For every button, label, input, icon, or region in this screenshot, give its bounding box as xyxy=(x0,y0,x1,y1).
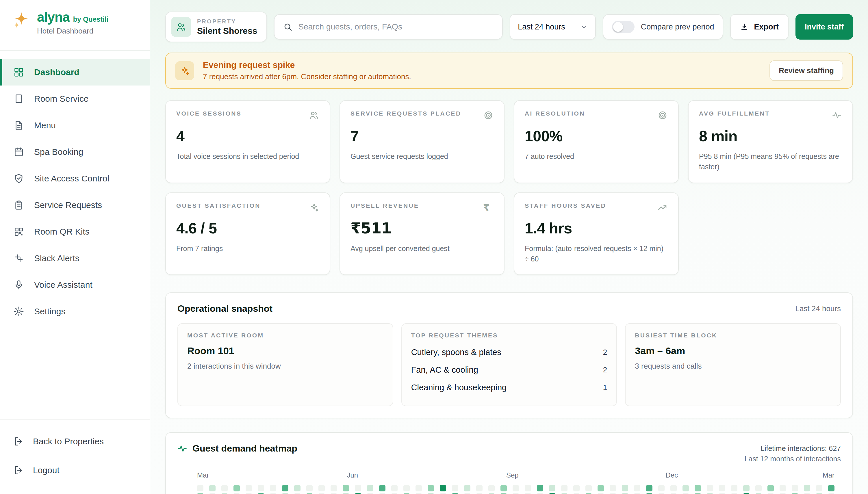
sidebar-item-label: Menu xyxy=(34,120,56,130)
sidebar-item-voice-assistant[interactable]: Voice Assistant xyxy=(0,271,150,298)
sidebar-item-dashboard[interactable]: Dashboard xyxy=(0,59,150,86)
sidebar-item-room-service[interactable]: Room Service xyxy=(0,86,150,112)
heatmap-cell xyxy=(779,493,786,494)
heatmap-cell xyxy=(464,493,470,494)
clipboard-icon xyxy=(13,200,24,211)
review-staffing-button[interactable]: Review staffing xyxy=(770,60,843,81)
heatmap-cell xyxy=(403,493,410,494)
heatmap-cell xyxy=(403,485,410,491)
heatmap-cell xyxy=(779,485,786,491)
kpi-value: ₹511 xyxy=(351,220,493,237)
heatmap-cell xyxy=(197,493,203,494)
kpi-subtext: Formula: (auto-resolved requests × 12 mi… xyxy=(525,243,668,264)
grid-icon xyxy=(13,67,24,78)
sidebar-item-settings[interactable]: Settings xyxy=(0,298,150,325)
sidebar-footer: Back to Properties Logout xyxy=(0,419,150,494)
heatmap-cell xyxy=(731,485,737,491)
heatmap-cell xyxy=(355,485,361,491)
heatmap-cell xyxy=(391,485,398,491)
search-input[interactable] xyxy=(298,22,493,32)
heatmap-cell xyxy=(816,493,822,494)
kpi-upsell-revenue: UPSELL REVENUE ₹ ₹511 Avg upsell per con… xyxy=(340,192,505,275)
sidebar-item-site-access-control[interactable]: Site Access Control xyxy=(0,165,150,192)
theme-count: 2 xyxy=(603,365,607,374)
heatmap-cell xyxy=(561,493,567,494)
property-selector[interactable]: PROPERTY Silent Shoress xyxy=(165,12,267,42)
heatmap-cell xyxy=(792,485,798,491)
period-select[interactable]: Last 24 hours xyxy=(510,14,596,40)
back-to-properties-label: Back to Properties xyxy=(33,437,104,446)
heatmap-cell xyxy=(573,485,580,491)
theme-count: 1 xyxy=(603,383,607,392)
heatmap-cell xyxy=(622,493,628,494)
heatmap-cell xyxy=(318,493,325,494)
back-to-properties-link[interactable]: Back to Properties xyxy=(0,427,150,456)
heatmap-row xyxy=(197,493,841,494)
sidebar-item-slack-alerts[interactable]: Slack Alerts xyxy=(0,245,150,271)
search-bar[interactable] xyxy=(274,14,503,40)
calendar-icon xyxy=(13,147,24,157)
sidebar-item-label: Service Requests xyxy=(34,200,102,210)
sidebar-item-spa-booking[interactable]: Spa Booking xyxy=(0,139,150,165)
gear-icon xyxy=(13,306,24,317)
heatmap-cell xyxy=(440,485,446,491)
sidebar-nav: Dashboard Room Service Menu Spa Booking xyxy=(0,51,150,325)
alert-texts: Evening request spike 7 requests arrived… xyxy=(203,60,411,81)
theme-row: Fan, AC & cooling 2 xyxy=(411,361,607,379)
heatmap-cell xyxy=(671,493,677,494)
heatmap-cell xyxy=(695,485,701,491)
heatmap-cell xyxy=(488,485,495,491)
invite-staff-button[interactable]: Invite staff xyxy=(795,14,853,40)
trending-up-icon xyxy=(657,202,668,213)
target-icon xyxy=(483,110,493,120)
brand-text: alyna by Questili Hotel Dashboard xyxy=(37,9,108,36)
export-button[interactable]: Export xyxy=(730,14,789,40)
heatmap-month-labels: Mar Jun Sep Dec Mar xyxy=(197,471,834,480)
kpi-subtext: Avg upsell per converted guest xyxy=(351,243,493,254)
heatmap-cell xyxy=(804,485,810,491)
brand-name: alyna xyxy=(37,9,70,25)
qr-code-icon xyxy=(13,226,24,237)
heatmap-cell xyxy=(367,485,373,491)
logout-link[interactable]: Logout xyxy=(0,456,150,485)
sidebar-item-label: Slack Alerts xyxy=(34,253,79,263)
property-label: PROPERTY xyxy=(197,18,257,25)
heatmap-cell xyxy=(343,485,349,491)
sidebar-item-service-requests[interactable]: Service Requests xyxy=(0,192,150,218)
kpi-ai-resolution: AI RESOLUTION 100% 7 auto resolved xyxy=(514,100,679,183)
kpi-value: 100% xyxy=(525,127,668,145)
most-active-room-card: MOST ACTIVE ROOM Room 101 2 interactions… xyxy=(177,323,393,406)
theme-label: Cleaning & housekeeping xyxy=(411,383,507,392)
brand-byline: by Questili xyxy=(73,15,109,23)
kpi-staff-hours-saved: STAFF HOURS SAVED 1.4 hrs Formula: (auto… xyxy=(514,192,679,275)
heatmap-cell xyxy=(719,493,725,494)
kpi-label: STAFF HOURS SAVED xyxy=(525,202,606,209)
heatmap-cell xyxy=(610,493,616,494)
people-icon xyxy=(309,110,319,120)
heatmap-cell xyxy=(221,493,228,494)
sidebar-item-label: Room QR Kits xyxy=(34,227,90,236)
day-label-sun: Sun xyxy=(177,493,189,494)
sidebar-item-menu[interactable]: Menu xyxy=(0,112,150,139)
compare-toggle-group[interactable]: Compare prev period xyxy=(603,14,723,40)
most-active-room-label: MOST ACTIVE ROOM xyxy=(187,332,383,339)
heatmap-cell xyxy=(282,493,288,494)
sidebar-item-label: Room Service xyxy=(34,94,89,104)
kpi-voice-sessions: VOICE SESSIONS 4 Total voice sessions in… xyxy=(165,100,330,183)
target-icon xyxy=(657,110,668,120)
heatmap-cell xyxy=(476,485,483,491)
heatmap-cell xyxy=(270,485,276,491)
heatmap-cell xyxy=(379,493,385,494)
sidebar-item-label: Spa Booking xyxy=(34,147,83,157)
heatmap-cell xyxy=(549,493,555,494)
heatmap-period-note: Last 12 months of interactions xyxy=(744,454,841,464)
kpi-value: 8 min xyxy=(699,127,842,145)
heatmap-cell xyxy=(258,485,264,491)
sidebar-item-room-qr-kits[interactable]: Room QR Kits xyxy=(0,218,150,245)
month-label: Jun xyxy=(347,471,358,479)
compare-toggle[interactable] xyxy=(612,21,635,33)
heatmap-cell xyxy=(585,485,592,491)
heatmap-cell xyxy=(743,485,750,491)
heatmap-cell xyxy=(634,493,640,494)
month-label: Mar xyxy=(823,471,834,479)
